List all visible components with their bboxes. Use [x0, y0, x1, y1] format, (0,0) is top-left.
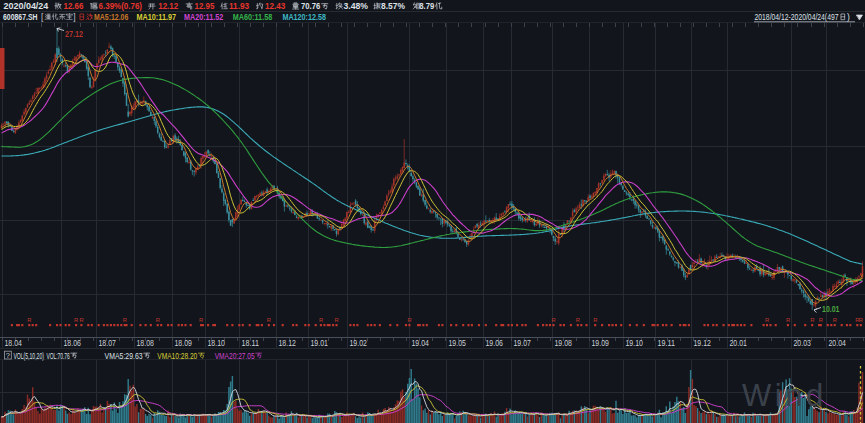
svg-text:MA120:12.58: MA120:12.58 [282, 12, 326, 22]
svg-text:19.09: 19.09 [592, 338, 610, 348]
svg-text:VOL(5,10,20): VOL(5,10,20) [13, 351, 44, 361]
svg-text:2018/04/12-2020/04/24(497: 2018/04/12-2020/04/24(497 [755, 12, 839, 22]
svg-text:2020/04/24: 2020/04/24 [4, 1, 49, 11]
svg-text:R: R [27, 317, 31, 323]
svg-text:18.12: 18.12 [279, 338, 297, 348]
svg-text:18.06: 18.06 [64, 338, 82, 348]
svg-text:R: R [810, 317, 814, 323]
svg-text:VMA5:29.63: VMA5:29.63 [105, 351, 143, 361]
svg-text:R: R [765, 317, 769, 323]
svg-text:R: R [593, 317, 597, 323]
svg-text:]: ] [73, 12, 75, 22]
svg-text:20.03: 20.03 [794, 338, 812, 348]
svg-text:R: R [859, 317, 863, 323]
svg-text:?: ? [6, 351, 10, 360]
svg-text:18.04: 18.04 [5, 338, 23, 348]
svg-text:MA5:12.06: MA5:12.06 [94, 12, 129, 22]
svg-text:R: R [123, 317, 127, 323]
svg-text:R: R [407, 317, 411, 323]
svg-text:19.07: 19.07 [514, 338, 532, 348]
svg-text:12.12: 12.12 [158, 1, 178, 11]
svg-text:VMA20:27.05: VMA20:27.05 [215, 351, 255, 361]
svg-text:19.12: 19.12 [694, 338, 712, 348]
svg-text:19.02: 19.02 [350, 338, 368, 348]
svg-text:MA20:11.52: MA20:11.52 [184, 12, 223, 22]
svg-text:R: R [199, 317, 203, 323]
svg-text:10.01: 10.01 [822, 304, 840, 314]
svg-text:27.12: 27.12 [65, 28, 83, 39]
svg-text:19.10: 19.10 [626, 338, 644, 348]
svg-text:): ) [847, 12, 850, 22]
svg-text:20.01: 20.01 [730, 338, 748, 348]
svg-text:8.79: 8.79 [419, 1, 434, 11]
svg-text:19.06: 19.06 [486, 338, 504, 348]
svg-text:R: R [576, 317, 580, 323]
svg-text:12.66: 12.66 [64, 1, 84, 11]
svg-text:18.09: 18.09 [175, 338, 193, 348]
svg-text:600867.SH: 600867.SH [3, 12, 38, 22]
svg-text:19.05: 19.05 [449, 338, 467, 348]
svg-text:18.10: 18.10 [208, 338, 226, 348]
svg-text:R: R [335, 317, 339, 323]
svg-text:R: R [552, 317, 556, 323]
svg-text:18.07: 18.07 [99, 338, 117, 348]
svg-text:R: R [267, 317, 271, 323]
svg-text:12.43: 12.43 [265, 1, 285, 11]
svg-text:20.04: 20.04 [829, 338, 847, 348]
svg-text:VOL:70.76: VOL:70.76 [46, 351, 69, 361]
svg-text:R: R [156, 317, 160, 323]
svg-text:12.95: 12.95 [195, 1, 215, 11]
svg-text:VMA10:28.20: VMA10:28.20 [157, 351, 197, 361]
svg-text:18.11: 18.11 [242, 338, 260, 348]
svg-text:11.93: 11.93 [229, 1, 249, 11]
svg-text:8.57%: 8.57% [381, 1, 405, 11]
svg-text:R: R [786, 317, 790, 323]
svg-text:6.39%(0.76): 6.39%(0.76) [99, 1, 143, 11]
svg-text:19.01: 19.01 [311, 338, 329, 348]
svg-text:MA60:11.58: MA60:11.58 [233, 12, 273, 22]
svg-text:Wind: Wind [742, 378, 827, 413]
svg-text:R: R [819, 317, 823, 323]
svg-text:R: R [79, 317, 83, 323]
svg-text:R: R [319, 317, 323, 323]
svg-text:19.08: 19.08 [555, 338, 573, 348]
svg-text:R: R [833, 317, 837, 323]
svg-text:3.48%: 3.48% [344, 1, 369, 11]
svg-text:70.76: 70.76 [301, 1, 321, 11]
svg-text:R: R [74, 317, 78, 323]
svg-text:19.04: 19.04 [412, 338, 430, 348]
svg-text:19.11: 19.11 [658, 338, 676, 348]
svg-text:MA10:11.97: MA10:11.97 [137, 12, 177, 22]
svg-text:18.08: 18.08 [137, 338, 155, 348]
